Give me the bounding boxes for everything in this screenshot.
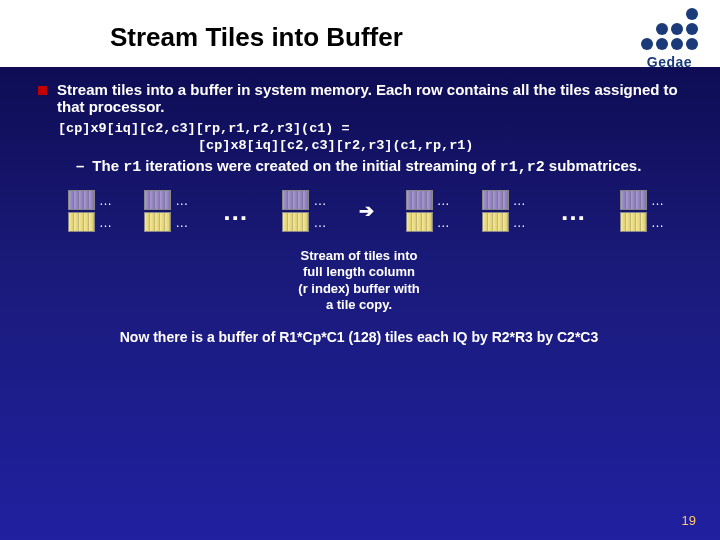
sub-bullet-text: The r1 iterations were created on the in… bbox=[92, 157, 641, 176]
logo-text: Gedae bbox=[641, 54, 698, 70]
logo-dots-icon bbox=[641, 8, 698, 50]
slide-title: Stream Tiles into Buffer bbox=[110, 22, 403, 52]
tile-pair: … … bbox=[68, 190, 112, 232]
bullet-icon bbox=[38, 86, 47, 95]
code-line-2: [cp]x8[iq][c2,c3][r2,r3](c1,rp,r1) bbox=[198, 138, 680, 153]
bullet-main-text: Stream tiles into a buffer in system mem… bbox=[57, 81, 680, 115]
tile-pair: … … bbox=[282, 190, 326, 232]
arrow-right-icon: ➔ bbox=[359, 200, 374, 222]
footer-summary: Now there is a buffer of R1*Cp*C1 (128) … bbox=[38, 329, 680, 345]
ellipsis-icon: … bbox=[558, 196, 588, 227]
tile-pair: … … bbox=[406, 190, 450, 232]
tiles-diagram: … … … … … … … ➔ … … … … … … … bbox=[38, 190, 680, 232]
tile-pair: … … bbox=[144, 190, 188, 232]
ellipsis-icon: … bbox=[220, 196, 250, 227]
sub-bullet-dash: – bbox=[76, 157, 84, 176]
code-line-1: [cp]x9[iq][c2,c3][rp,r1,r2,r3](c1) = bbox=[58, 121, 680, 136]
gedae-logo: Gedae bbox=[641, 8, 698, 70]
tile-pair: … … bbox=[482, 190, 526, 232]
page-number: 19 bbox=[682, 513, 696, 528]
tile-pair: … … bbox=[620, 190, 664, 232]
diagram-caption: Stream of tiles into full length column … bbox=[38, 248, 680, 313]
